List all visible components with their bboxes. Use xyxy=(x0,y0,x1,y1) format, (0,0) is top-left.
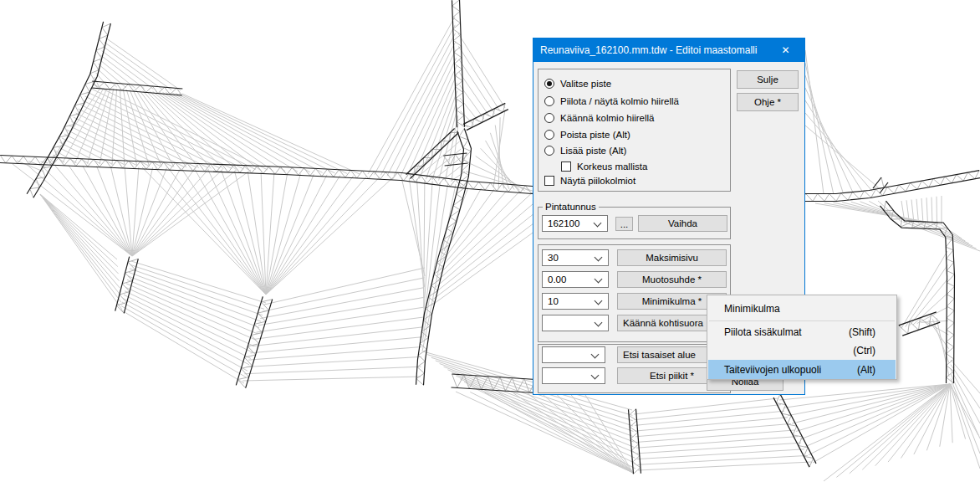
chevron-down-icon xyxy=(595,275,603,284)
combo-value: 162100 xyxy=(548,218,579,228)
pintatunnus-label: Pintatunnus xyxy=(543,202,599,212)
combo-value: 30 xyxy=(548,253,559,263)
radio-label: Piilota / näytä kolmio hiirellä xyxy=(560,96,679,106)
menu-item-shortcut: (Shift) xyxy=(849,326,896,338)
menu-item-label: Taiteviivojen ulkopuoli xyxy=(708,364,857,376)
radio-label: Valitse piste xyxy=(560,79,611,89)
pintatunnus-combo[interactable]: 162100 xyxy=(542,215,608,232)
radio-icon[interactable] xyxy=(544,96,554,106)
maksimisivu-button[interactable]: Maksimisivu xyxy=(617,249,727,266)
checkbox-nayta-piilokolmiot[interactable]: Näytä piilokolmiot xyxy=(544,174,635,187)
checkbox-label: Korkeus mallista xyxy=(577,162,647,172)
etsi-piikit-combo[interactable] xyxy=(542,367,605,384)
minimikulma-combo[interactable]: 10 xyxy=(542,293,609,310)
menu-item-piilota-sisakulmat[interactable]: Piilota sisäkulmat (Shift) xyxy=(708,323,896,341)
terrain-mesh-canvas[interactable] xyxy=(0,0,980,482)
radio-label: Käännä kolmio hiirellä xyxy=(560,113,655,123)
minimikulma-context-menu: Minimikulma Piilota sisäkulmat (Shift) (… xyxy=(707,295,897,380)
combo-value: 0.00 xyxy=(548,274,566,285)
etsi-tasaiset-combo[interactable] xyxy=(542,346,605,363)
menu-item-shortcut: (Ctrl) xyxy=(853,345,896,356)
chevron-down-icon xyxy=(591,372,600,380)
radio-icon[interactable] xyxy=(544,146,554,156)
radio-label: Poista piste (Alt) xyxy=(560,130,630,140)
checkbox-icon[interactable] xyxy=(544,176,554,186)
browse-button[interactable]: ... xyxy=(615,217,633,231)
radio-valitse-piste[interactable]: Valitse piste xyxy=(544,77,611,90)
chevron-down-icon xyxy=(595,297,603,305)
radio-label: Lisää piste (Alt) xyxy=(560,146,626,156)
dialog-title: Reunaviiva_162100.mm.tdw - Editoi maasto… xyxy=(533,44,767,56)
close-icon: ✕ xyxy=(781,44,789,56)
radio-poista-piste[interactable]: Poista piste (Alt) xyxy=(544,128,630,141)
checkbox-label: Näytä piilokolmiot xyxy=(560,176,635,186)
menu-separator xyxy=(709,320,895,321)
menu-item-label: Piilota sisäkulmat xyxy=(708,326,849,338)
kaanna-kohtisuora-combo[interactable] xyxy=(542,315,609,331)
combo-value: 10 xyxy=(548,296,559,306)
menu-item-label: Minimikulma xyxy=(708,303,875,315)
muotosuhde-button[interactable]: Muotosuhde * xyxy=(617,271,727,288)
chevron-down-icon xyxy=(591,351,600,359)
menu-item-shortcut: (Alt) xyxy=(857,364,896,376)
maksimisivu-combo[interactable]: 30 xyxy=(542,249,609,266)
checkbox-korkeus-mallista[interactable]: Korkeus mallista xyxy=(561,160,647,173)
sulje-button[interactable]: Sulje xyxy=(737,70,799,89)
checkbox-icon[interactable] xyxy=(561,162,571,172)
close-button[interactable]: ✕ xyxy=(767,38,804,62)
dialog-titlebar[interactable]: Reunaviiva_162100.mm.tdw - Editoi maasto… xyxy=(533,38,804,62)
radio-icon[interactable] xyxy=(544,130,554,140)
chevron-down-icon xyxy=(594,219,602,228)
chevron-down-icon xyxy=(595,319,603,327)
vaihda-button[interactable]: Vaihda xyxy=(638,215,727,232)
chevron-down-icon xyxy=(595,254,603,262)
menu-item-minimikulma[interactable]: Minimikulma xyxy=(708,300,896,318)
radio-piilota-nayta-kolmio[interactable]: Piilota / näytä kolmio hiirellä xyxy=(544,95,679,108)
radio-lisaa-piste[interactable]: Lisää piste (Alt) xyxy=(544,144,626,157)
menu-item-taiteviivojen-ulkopuoli[interactable]: Taiteviivojen ulkopuoli (Alt) xyxy=(708,360,896,379)
radio-kaanna-kolmio[interactable]: Käännä kolmio hiirellä xyxy=(544,111,655,125)
radio-icon[interactable] xyxy=(544,79,554,89)
ohje-button[interactable]: Ohje * xyxy=(737,93,799,111)
radio-icon[interactable] xyxy=(544,113,554,123)
menu-item-ctrl[interactable]: (Ctrl) xyxy=(708,341,896,360)
muotosuhde-combo[interactable]: 0.00 xyxy=(542,271,609,288)
